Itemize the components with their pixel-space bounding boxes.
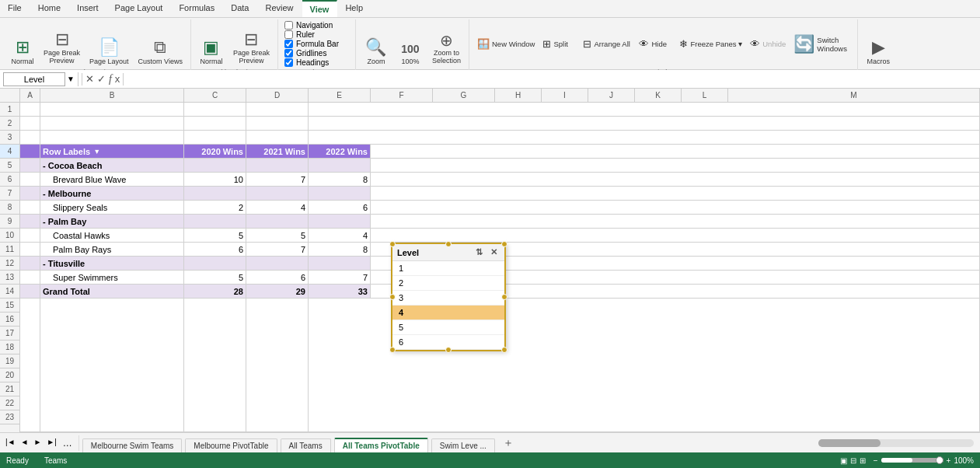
slicer-clear-filter-icon[interactable]: ✕ (488, 246, 500, 258)
cell-B6-brevard[interactable]: Brevard Blue Wave (40, 173, 184, 187)
name-box[interactable] (3, 72, 65, 86)
page-layout-view-button[interactable]: 📄 Page Layout (86, 36, 132, 67)
cell-D11[interactable]: 7 (246, 243, 309, 257)
slicer-handle-tr[interactable] (501, 241, 507, 247)
h-scrollbar[interactable] (818, 439, 974, 447)
freeze-panes-button[interactable]: ❄ Freeze Panes ▾ (676, 37, 745, 51)
insert-function-icon[interactable]: f (109, 73, 112, 86)
cell-D8[interactable]: 4 (246, 201, 309, 215)
tab-nav-more[interactable]: … (60, 437, 75, 449)
slicer-handle-mr[interactable] (501, 294, 507, 300)
cell-A14[interactable] (20, 285, 40, 299)
cell-C10[interactable]: 5 (184, 229, 246, 243)
slicer-item-5[interactable]: 5 (392, 320, 504, 335)
filter-icon[interactable]: ▼ (93, 148, 100, 155)
cell-D15[interactable] (246, 299, 309, 432)
cell-C2[interactable] (184, 117, 246, 131)
cell-C8[interactable]: 2 (184, 201, 246, 215)
cell-A6[interactable] (20, 173, 40, 187)
cell-D14[interactable]: 29 (246, 285, 309, 299)
cell-D1[interactable] (246, 103, 309, 117)
normal-view-status-icon[interactable]: ▣ (840, 456, 847, 465)
slicer-item-2[interactable]: 2 (392, 276, 504, 291)
slicer-handle-bm[interactable] (445, 347, 452, 353)
zoom-decrease-btn[interactable]: − (874, 456, 878, 465)
headings-checkbox[interactable]: Headings (284, 58, 349, 67)
new-window-button[interactable]: 🪟 New Window (474, 37, 538, 51)
slicer-item-4[interactable]: 4 (392, 306, 504, 320)
cell-E4-2022wins[interactable]: 2022 Wins (309, 145, 371, 159)
slicer-handle-br[interactable] (501, 347, 507, 353)
gridlines-check[interactable] (284, 49, 293, 58)
zoom-button[interactable]: 🔍 Zoom (361, 36, 392, 67)
slicer-handle-tm[interactable] (445, 241, 452, 247)
cell-rest-5[interactable] (371, 159, 980, 173)
tab-melbourne-swim-teams[interactable]: Melbourne Swim Teams (82, 438, 183, 452)
cell-rest-10[interactable] (371, 229, 980, 243)
cell-rest-6[interactable] (371, 173, 980, 187)
cell-B13-super[interactable]: Super Swimmers (40, 271, 184, 285)
zoom-100-button[interactable]: 100 100% (395, 39, 426, 67)
cell-B8-slippery[interactable]: Slippery Seals (40, 201, 184, 215)
cell-A8[interactable] (20, 201, 40, 215)
ruler-checkbox[interactable]: Ruler (284, 30, 349, 39)
cell-B9-palmbay[interactable]: - Palm Bay (40, 215, 184, 229)
page-break-preview-button[interactable]: ⊟ Page BreakPreview (40, 28, 83, 67)
slicer-handle-bl[interactable] (389, 347, 396, 353)
cell-D7[interactable] (246, 187, 309, 201)
cell-E10[interactable]: 4 (309, 229, 371, 243)
cell-E8[interactable]: 6 (309, 201, 371, 215)
cell-C13[interactable]: 5 (184, 271, 246, 285)
workbook-break-button[interactable]: ⊟ Page BreakPreview (230, 28, 273, 67)
slicer-sort-icon[interactable]: ⇅ (473, 246, 485, 258)
cell-D2[interactable] (246, 117, 309, 131)
cell-C3[interactable] (184, 131, 246, 145)
cell-A10[interactable] (20, 229, 40, 243)
cell-B7-melbourne[interactable]: - Melbourne (40, 187, 184, 201)
cell-A1[interactable] (20, 103, 40, 117)
cell-B5-cocoa[interactable]: - Cocoa Beach (40, 159, 184, 173)
unhide-button[interactable]: 👁 Unhide (747, 37, 789, 51)
cell-E14[interactable]: 33 (309, 285, 371, 299)
cell-C12[interactable] (184, 257, 246, 271)
cell-E13[interactable]: 7 (309, 271, 371, 285)
cell-D10[interactable]: 5 (246, 229, 309, 243)
split-button[interactable]: ⊞ Split (539, 37, 578, 51)
h-scrollbar-thumb[interactable] (818, 439, 881, 447)
cell-A15[interactable] (20, 299, 40, 432)
tab-file[interactable]: File (0, 0, 30, 17)
cell-B12-titusville[interactable]: - Titusville (40, 257, 184, 271)
cell-D9[interactable] (246, 215, 309, 229)
cell-B11-palmbay-rays[interactable]: Palm Bay Rays (40, 243, 184, 257)
cell-B14-grand-total[interactable]: Grand Total (40, 285, 184, 299)
cell-D3[interactable] (246, 131, 309, 145)
cell-D5[interactable] (246, 159, 309, 173)
cell-D6[interactable]: 7 (246, 173, 309, 187)
cell-A13[interactable] (20, 271, 40, 285)
cell-E12[interactable] (309, 257, 371, 271)
workbook-normal-button[interactable]: ▣ Normal (196, 36, 227, 67)
page-layout-status-icon[interactable]: ⊟ (850, 456, 856, 465)
cell-rest-2[interactable] (309, 117, 980, 131)
cell-rest-9[interactable] (371, 215, 980, 229)
slicer-handle-tl[interactable] (389, 241, 396, 247)
cell-C14[interactable]: 28 (184, 285, 246, 299)
cell-E11[interactable]: 8 (309, 243, 371, 257)
tab-insert[interactable]: Insert (69, 0, 107, 17)
cell-rest-1[interactable] (309, 103, 980, 117)
cell-A5[interactable] (20, 159, 40, 173)
cell-C7[interactable] (184, 187, 246, 201)
cell-rest-7[interactable] (371, 187, 980, 201)
cell-B1[interactable] (40, 103, 184, 117)
cell-C1[interactable] (184, 103, 246, 117)
tab-help[interactable]: Help (337, 0, 371, 17)
cell-A3[interactable] (20, 131, 40, 145)
cell-E5[interactable] (309, 159, 371, 173)
tab-data[interactable]: Data (223, 0, 257, 17)
formula-bar-check[interactable] (284, 40, 293, 48)
cell-B10-coastal[interactable]: Coastal Hawks (40, 229, 184, 243)
headings-check[interactable] (284, 58, 293, 67)
cell-B2[interactable] (40, 117, 184, 131)
tab-formulas[interactable]: Formulas (171, 0, 223, 17)
cell-rest-8[interactable] (371, 201, 980, 215)
